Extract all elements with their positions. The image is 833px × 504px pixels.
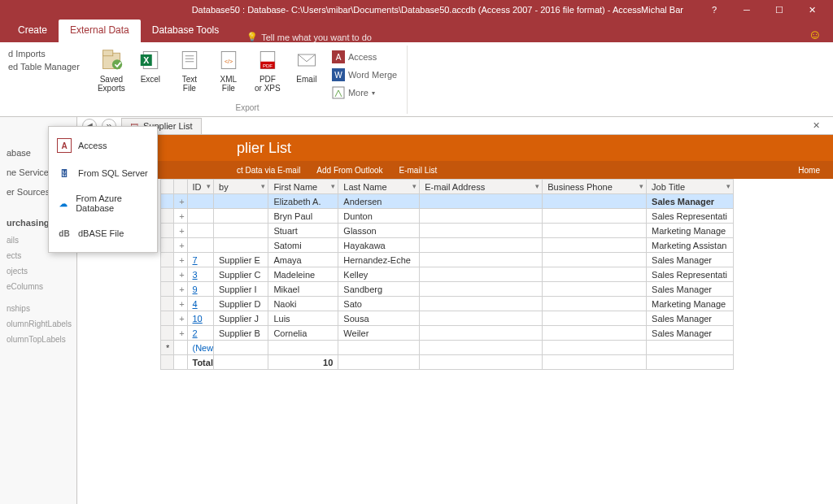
- menu-item[interactable]: ☁From Azure Database: [49, 187, 157, 219]
- cell-phone[interactable]: [543, 238, 647, 253]
- cell-job[interactable]: Sales Manager: [647, 311, 734, 326]
- excel-button[interactable]: X Excel: [133, 46, 168, 101]
- cell-last-name[interactable]: Sandberg: [338, 282, 420, 297]
- cell-phone[interactable]: [543, 209, 647, 224]
- column-header[interactable]: [174, 180, 187, 194]
- cell-phone[interactable]: [543, 311, 647, 326]
- cell-last-name[interactable]: Kelley: [338, 267, 420, 282]
- sidebar-subitem[interactable]: olumnRightLabels: [3, 316, 73, 332]
- expand-icon[interactable]: +: [174, 209, 187, 224]
- cell-first-name[interactable]: Mikael: [268, 282, 338, 297]
- subnav-home[interactable]: Home: [798, 166, 820, 175]
- cell-last-name[interactable]: Hernandez-Eche: [338, 253, 420, 267]
- row-selector[interactable]: [161, 238, 174, 253]
- subnav-email-list[interactable]: E-mail List: [399, 166, 438, 175]
- column-header[interactable]: [161, 180, 174, 194]
- sidebar-subitem[interactable]: nships: [3, 301, 73, 316]
- close-button[interactable]: ✕: [796, 0, 828, 20]
- cell-by[interactable]: [214, 194, 268, 209]
- datasheet[interactable]: ID▾by▾First Name▾Last Name▾E-mail Addres…: [77, 179, 833, 504]
- cell-job[interactable]: Sales Manager: [647, 326, 734, 341]
- expand-icon[interactable]: +: [174, 194, 187, 209]
- cell-first-name[interactable]: Naoki: [268, 297, 338, 311]
- row-selector[interactable]: [161, 267, 174, 282]
- cell-phone[interactable]: [543, 282, 647, 297]
- cell-email[interactable]: [420, 282, 543, 297]
- cell-by[interactable]: Supplier I: [214, 282, 268, 297]
- cell-first-name[interactable]: Satomi: [268, 238, 338, 253]
- cell-id[interactable]: 9: [187, 282, 214, 297]
- cell-email[interactable]: [420, 267, 543, 282]
- cell-last-name[interactable]: Glasson: [338, 224, 420, 238]
- cell-by[interactable]: Supplier J: [214, 311, 268, 326]
- cell-job[interactable]: Marketing Manage: [647, 224, 734, 238]
- cell-email[interactable]: [420, 209, 543, 224]
- row-selector[interactable]: [161, 311, 174, 326]
- cell-id[interactable]: 7: [187, 253, 214, 267]
- cell-last-name[interactable]: Andersen: [338, 194, 420, 209]
- sidebar-subitem[interactable]: ojects: [3, 263, 73, 279]
- column-header[interactable]: Last Name▾: [338, 180, 420, 194]
- tell-me[interactable]: 💡 Tell me what you want to do: [246, 32, 372, 42]
- row-selector[interactable]: [161, 224, 174, 238]
- cell-email[interactable]: [420, 311, 543, 326]
- cell-job[interactable]: Sales Manager: [647, 194, 734, 209]
- cell-job[interactable]: Sales Representati: [647, 209, 734, 224]
- cell-last-name[interactable]: Weiler: [338, 326, 420, 341]
- column-header[interactable]: Job Title▾: [647, 180, 734, 194]
- column-filter-icon[interactable]: ▾: [207, 182, 211, 190]
- column-header[interactable]: E-mail Address▾: [420, 180, 543, 194]
- cell-last-name[interactable]: Sato: [338, 297, 420, 311]
- cell-last-name[interactable]: Dunton: [338, 209, 420, 224]
- export-access-button[interactable]: A Access: [329, 49, 400, 65]
- row-selector[interactable]: [161, 297, 174, 311]
- row-selector[interactable]: [161, 209, 174, 224]
- cell-id[interactable]: [187, 194, 214, 209]
- cell-first-name[interactable]: Amaya: [268, 253, 338, 267]
- column-filter-icon[interactable]: ▾: [412, 182, 416, 190]
- cell-job[interactable]: Marketing Assistan: [647, 238, 734, 253]
- expand-icon[interactable]: +: [174, 238, 187, 253]
- cell-first-name[interactable]: Madeleine: [268, 267, 338, 282]
- cell-job[interactable]: Sales Manager: [647, 282, 734, 297]
- cell-job[interactable]: Sales Manager: [647, 253, 734, 267]
- expand-icon[interactable]: +: [174, 253, 187, 267]
- table-row[interactable]: +3Supplier CMadeleineKelleySales Represe…: [161, 267, 734, 282]
- saved-exports-button[interactable]: Saved Exports: [94, 46, 129, 101]
- sidebar-subitem[interactable]: olumnTopLabels: [3, 332, 73, 347]
- expand-icon[interactable]: +: [174, 267, 187, 282]
- xml-file-button[interactable]: </> XML File: [212, 46, 246, 101]
- cell-phone[interactable]: [543, 267, 647, 282]
- cell-id[interactable]: 10: [187, 311, 214, 326]
- cell-by[interactable]: Supplier D: [214, 297, 268, 311]
- cell-id[interactable]: [187, 209, 214, 224]
- cell-phone[interactable]: [543, 253, 647, 267]
- table-row[interactable]: +Elizabeth A.AndersenSales Manager: [161, 194, 734, 209]
- new-row[interactable]: *(New): [161, 341, 734, 355]
- cell-email[interactable]: [420, 224, 543, 238]
- cell-email[interactable]: [420, 326, 543, 341]
- email-button[interactable]: Email: [290, 46, 324, 101]
- table-row[interactable]: +4Supplier DNaokiSatoMarketing Manage: [161, 297, 734, 311]
- cell-last-name[interactable]: Sousa: [338, 311, 420, 326]
- table-row[interactable]: +2Supplier BCorneliaWeilerSales Manager: [161, 326, 734, 341]
- menu-item[interactable]: AAccess: [49, 132, 157, 159]
- cell-first-name[interactable]: Cornelia: [268, 326, 338, 341]
- new-data-source-menu[interactable]: AAccess🗄From SQL Server☁From Azure Datab…: [48, 126, 158, 253]
- cell-by[interactable]: [214, 209, 268, 224]
- cell-by[interactable]: Supplier C: [214, 267, 268, 282]
- table-row[interactable]: +StuartGlassonMarketing Manage: [161, 224, 734, 238]
- column-filter-icon[interactable]: ▾: [535, 182, 539, 190]
- cell-job[interactable]: Marketing Manage: [647, 297, 734, 311]
- cell-last-name[interactable]: Hayakawa: [338, 238, 420, 253]
- row-selector[interactable]: [161, 194, 174, 209]
- sidebar-subitem[interactable]: eColumns: [3, 279, 73, 294]
- column-header[interactable]: First Name▾: [268, 180, 338, 194]
- cell-by[interactable]: [214, 238, 268, 253]
- cell-first-name[interactable]: Elizabeth A.: [268, 194, 338, 209]
- cell-phone[interactable]: [543, 194, 647, 209]
- table-row[interactable]: +7Supplier EAmayaHernandez-EcheSales Man…: [161, 253, 734, 267]
- cell-id[interactable]: [187, 224, 214, 238]
- export-more-button[interactable]: More ▾: [329, 85, 400, 101]
- table-row[interactable]: +9Supplier IMikaelSandbergSales Manager: [161, 282, 734, 297]
